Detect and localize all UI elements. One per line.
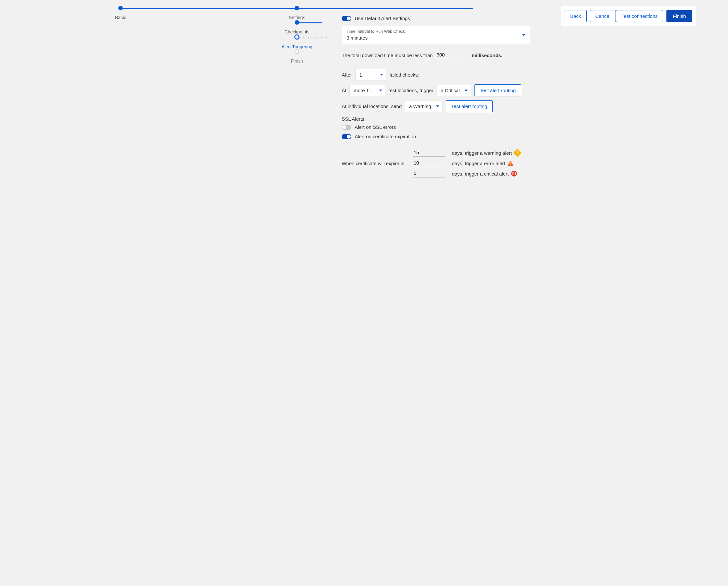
chevron-down-icon [380, 74, 383, 76]
cert-error-days-input[interactable] [413, 159, 445, 167]
location-severity-select[interactable]: a Critical [437, 85, 471, 96]
step-label-basic: Basic [115, 15, 126, 20]
cert-warning-text: days, trigger a warning alert [452, 150, 512, 156]
step-dot-checkpoints [295, 20, 299, 25]
wizard-footer: Back Cancel Test connections Finish [562, 6, 696, 26]
chevron-down-icon [379, 90, 382, 92]
test-connections-button[interactable]: Test connections [616, 10, 663, 22]
step-checkpoints[interactable]: Checkpoints [285, 20, 310, 34]
step-finish: Finish [291, 49, 303, 64]
chevron-down-icon [436, 105, 439, 107]
download-post-text: milliseconds. [472, 53, 502, 58]
toggle-alert-ssl-errors[interactable] [342, 125, 352, 130]
locations-select[interactable]: more T… [349, 85, 385, 96]
step-dot-settings [295, 6, 299, 10]
test-alert-routing-button-2[interactable]: Test alert routing [446, 100, 493, 112]
failed-count-select[interactable]: 1 [355, 69, 386, 80]
cert-critical-days-input[interactable] [413, 170, 445, 177]
toggle-alert-cert-expiration[interactable] [342, 134, 352, 139]
cert-critical-text: days, trigger a critical alert [452, 171, 509, 176]
toggle-ssl-error-label: Alert on SSL errors [355, 124, 396, 130]
warning-icon: ! [514, 149, 522, 157]
interval-select[interactable]: Time Interval to Run Web Check 3 minutes [342, 26, 530, 44]
cert-warning-days-input[interactable] [413, 149, 445, 157]
step-label-checkpoints: Checkpoints [285, 29, 310, 34]
at-label: At [342, 88, 346, 93]
step-label-alert: Alert Triggering [282, 44, 312, 49]
cert-lead-text: When certificate will expire in [342, 161, 410, 166]
step-dot-basic [118, 6, 123, 10]
finish-button[interactable]: Finish [667, 10, 692, 22]
chevron-down-icon [465, 90, 468, 92]
individual-severity-select[interactable]: a Warning [405, 101, 442, 112]
wizard-stepper: Basic Settings Checkpoints Alert Trigger… [0, 0, 728, 183]
step-alert-triggering[interactable]: Alert Triggering [282, 34, 312, 49]
ssl-alerts-header: SSL Alerts [342, 116, 530, 122]
svg-point-0 [514, 173, 514, 174]
step-dot-finish [295, 49, 299, 54]
step-label-settings: Settings [289, 15, 305, 20]
chevron-down-icon [522, 34, 525, 36]
toggle-use-default-alerts[interactable] [342, 16, 352, 21]
back-button[interactable]: Back [565, 10, 587, 22]
locations-post-text: test locations, trigger [389, 88, 433, 93]
test-alert-routing-button-1[interactable]: Test alert routing [474, 84, 521, 96]
download-time-input[interactable] [436, 51, 468, 59]
failed-count-value: 1 [360, 72, 362, 77]
individual-severity-value: a Warning [409, 103, 431, 109]
cancel-button[interactable]: Cancel [590, 10, 616, 22]
locations-value: more T… [354, 88, 374, 93]
cert-error-text: days, trigger a error alert [452, 161, 505, 166]
failed-post-text: failed checks: [390, 72, 419, 77]
step-dot-alert [294, 34, 300, 40]
after-label: After [342, 72, 352, 77]
individual-pre-text: At individual locations, send [342, 103, 401, 109]
toggle-cert-exp-label: Alert on certificate expiration [355, 134, 416, 139]
interval-value: 3 minutes [346, 35, 525, 41]
critical-icon [511, 171, 517, 176]
step-basic[interactable]: Basic [32, 6, 209, 20]
location-severity-value: a Critical [441, 88, 460, 93]
interval-label: Time Interval to Run Web Check [346, 29, 525, 34]
error-icon: ! [508, 161, 514, 166]
step-label-finish: Finish [291, 58, 303, 64]
